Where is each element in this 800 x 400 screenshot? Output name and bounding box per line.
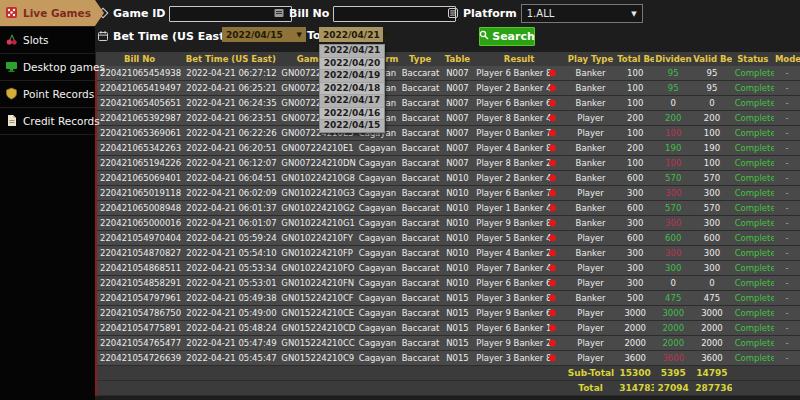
table-row: 2204210654056512022-04-21 06:24:35GN0072… [96,96,800,111]
replay-dot-icon[interactable] [549,325,556,332]
cell-bet-time: 2022-04-21 05:54:10 [183,246,278,261]
cell-dividend: 300 [654,261,692,276]
cell-type: Baccarat [399,291,442,306]
cell-bill-no: 220421065000016 [96,216,183,231]
date-from-select[interactable]: 2022/04/15 ▼ [222,27,306,42]
sidebar-item-credit-records[interactable]: Credit Records [0,108,95,135]
cell-bet-time: 2022-04-21 05:49:38 [183,291,278,306]
replay-dot-icon[interactable] [549,220,556,227]
cell-total-bets: 300 [616,246,654,261]
result-text: Player 6 Banker 8 [476,68,551,78]
result-text: Player 3 Banker 8 [476,293,551,303]
replay-dot-icon[interactable] [549,85,556,92]
replay-dot-icon[interactable] [549,115,556,122]
replay-dot-icon[interactable] [549,145,556,152]
replay-dot-icon[interactable] [549,70,556,77]
cell-mode: - [774,261,800,276]
table-row: 2204210653690612022-04-21 06:22:26GN0072… [96,126,800,141]
bill-no-input[interactable] [333,6,456,22]
cell-play-type: Banker [565,246,616,261]
search-button[interactable]: Search [479,27,535,46]
replay-dot-icon[interactable] [549,265,556,272]
column-header: Bill No [96,52,183,66]
date-option[interactable]: 2022/04/18 [320,83,384,96]
cell-status: Complete [732,171,774,186]
date-to-select[interactable]: 2022/04/21 ▼ [319,27,383,42]
replay-dot-icon[interactable] [549,235,556,242]
cell-valid-bets: 2000 [692,336,731,351]
date-option[interactable]: 2022/04/21 [320,45,384,58]
cell-platform: Cagayan [356,291,399,306]
cell-platform: Cagayan [356,231,399,246]
sidebar-item-desktop-games[interactable]: Desktop games [0,54,95,81]
cell-valid-bets: 300 [692,216,731,231]
cell-total-bets: 300 [616,216,654,231]
sidebar-item-slots[interactable]: Slots [0,27,95,54]
column-header: Bet Time (US East) [183,52,278,66]
cell-result: Player 9 Banker 8 [473,216,565,231]
cell-platform: Cagayan [356,321,399,336]
result-text: Player 6 Banker 6 [476,278,551,288]
cell-result: Player 4 Banker 8 [473,141,565,156]
replay-dot-icon[interactable] [549,160,556,167]
replay-dot-icon[interactable] [549,340,556,347]
cell-platform: Cagayan [356,201,399,216]
cell-total-bets: 100 [616,81,654,96]
cell-bill-no: 220421065405651 [96,96,183,111]
cell-table-no: N010 [442,261,474,276]
cell-type: Baccarat [399,81,442,96]
cell-bet-time: 2022-04-21 06:02:09 [183,186,278,201]
cell-mode: - [774,141,800,156]
sidebar-item-point-records[interactable]: Point Records [0,81,95,108]
cell-status: Complete [732,216,774,231]
cell-bill-no: 220421054726639 [96,351,183,366]
cell-bet-time: 2022-04-21 06:01:37 [183,201,278,216]
cell-type: Baccarat [399,276,442,291]
date-option[interactable]: 2022/04/19 [320,70,384,83]
cell-valid-bets: 95 [692,66,731,81]
cell-result: Player 9 Banker 2 [473,336,565,351]
replay-dot-icon[interactable] [549,250,556,257]
column-header: Status [732,52,774,66]
replay-dot-icon[interactable] [549,205,556,212]
cell-result: Player 6 Banker 6 [473,96,565,111]
replay-dot-icon[interactable] [549,310,556,317]
replay-dot-icon[interactable] [549,130,556,137]
cell-table-no: N015 [442,321,474,336]
result-text: Player 7 Banker 4 [476,263,551,273]
list-icon [447,4,459,23]
replay-dot-icon[interactable] [549,355,556,362]
cell-dividend: 95 [654,81,692,96]
date-option[interactable]: 2022/04/17 [320,95,384,108]
summary-value: 27094 [654,381,692,396]
cell-bet-time: 2022-04-21 06:23:51 [183,111,278,126]
table-row: 2204210547867502022-04-21 05:49:00GN0152… [96,306,800,321]
replay-dot-icon[interactable] [549,100,556,107]
platform-select[interactable]: 1.ALL ▼ [521,4,643,23]
cell-result: Player 8 Banker 4 [473,111,565,126]
cell-type: Baccarat [399,96,442,111]
replay-dot-icon[interactable] [549,295,556,302]
date-option[interactable]: 2022/04/16 [320,108,384,121]
replay-dot-icon[interactable] [549,190,556,197]
result-text: Player 0 Banker 7 [476,128,551,138]
cell-bet-time: 2022-04-21 06:04:51 [183,171,278,186]
cell-game-id: GN010224210FP [278,246,355,261]
cell-game-id: GN010224210FO [278,261,355,276]
date-option[interactable]: 2022/04/20 [320,58,384,71]
cell-game-id: GN007224210E1 [278,141,355,156]
replay-dot-icon[interactable] [549,280,556,287]
toolbar-row-1: Game ID Bill No Platform 1.ALL ▼ [95,4,800,24]
sidebar-item-live-games[interactable]: Live Games [0,0,95,27]
cell-play-type: Player [565,261,616,276]
table-footer: Sub-Total15300539514795Total314783270942… [96,366,800,396]
cell-type: Baccarat [399,186,442,201]
date-option[interactable]: 2022/04/15 [320,120,384,132]
cell-bet-time: 2022-04-21 06:12:07 [183,156,278,171]
sidebar-item-label: Desktop games [23,61,105,73]
sidebar-item-label: Live Games [23,7,91,19]
summary-row: Sub-Total15300539514795 [96,366,800,381]
replay-dot-icon[interactable] [549,175,556,182]
cell-status: Complete [732,276,774,291]
cell-dividend: 0 [654,96,692,111]
